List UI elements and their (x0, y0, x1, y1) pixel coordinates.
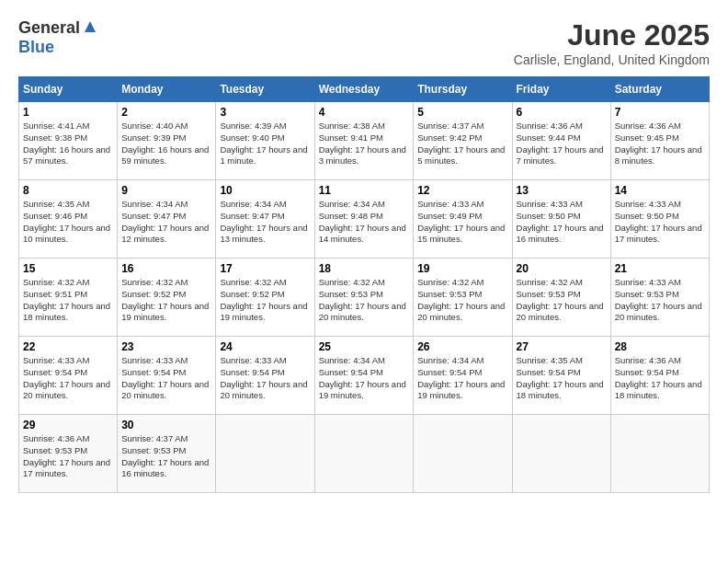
day-number: 24 (220, 340, 310, 353)
table-row (512, 415, 610, 493)
day-number: 11 (319, 184, 410, 197)
table-row: 19 Sunrise: 4:32 AMSunset: 9:53 PMDaylig… (414, 259, 512, 337)
day-number: 8 (23, 184, 113, 197)
logo-icon (83, 19, 97, 38)
location: Carlisle, England, United Kingdom (514, 52, 710, 67)
day-number: 6 (517, 106, 607, 119)
col-header-monday: Monday (118, 77, 216, 102)
day-number: 15 (23, 262, 113, 275)
day-number: 4 (319, 106, 410, 119)
day-number: 25 (319, 340, 410, 353)
svg-marker-0 (85, 21, 96, 32)
table-row: 28 Sunrise: 4:36 AMSunset: 9:54 PMDaylig… (610, 337, 709, 415)
day-info: Sunrise: 4:34 AMSunset: 9:47 PMDaylight:… (220, 199, 310, 246)
table-row: 27 Sunrise: 4:35 AMSunset: 9:54 PMDaylig… (512, 337, 610, 415)
col-header-tuesday: Tuesday (216, 77, 314, 102)
day-number: 9 (121, 184, 211, 197)
page-header: General Blue June 2025 Carlisle, England… (18, 18, 710, 67)
logo-blue: Blue (18, 38, 54, 56)
day-number: 30 (121, 419, 211, 431)
day-number: 3 (220, 106, 310, 119)
day-info: Sunrise: 4:41 AMSunset: 9:38 PMDaylight:… (23, 121, 113, 167)
table-row (314, 415, 414, 493)
day-info: Sunrise: 4:33 AMSunset: 9:50 PMDaylight:… (615, 199, 705, 246)
day-info: Sunrise: 4:36 AMSunset: 9:45 PMDaylight:… (615, 121, 705, 167)
day-number: 13 (517, 184, 607, 197)
day-number: 23 (121, 340, 211, 353)
day-number: 7 (615, 106, 705, 119)
day-info: Sunrise: 4:33 AMSunset: 9:50 PMDaylight:… (517, 199, 607, 246)
day-info: Sunrise: 4:32 AMSunset: 9:52 PMDaylight:… (220, 277, 310, 324)
day-number: 1 (23, 106, 113, 119)
col-header-thursday: Thursday (414, 77, 512, 102)
col-header-friday: Friday (512, 77, 610, 102)
day-info: Sunrise: 4:34 AMSunset: 9:47 PMDaylight:… (121, 199, 211, 246)
table-row: 4 Sunrise: 4:38 AMSunset: 9:41 PMDayligh… (314, 102, 414, 180)
day-info: Sunrise: 4:37 AMSunset: 9:53 PMDaylight:… (121, 433, 211, 480)
table-row: 10 Sunrise: 4:34 AMSunset: 9:47 PMDaylig… (216, 180, 314, 259)
day-number: 29 (23, 419, 113, 431)
day-info: Sunrise: 4:34 AMSunset: 9:54 PMDaylight:… (319, 355, 410, 402)
table-row: 25 Sunrise: 4:34 AMSunset: 9:54 PMDaylig… (314, 337, 414, 415)
logo-general: General (18, 18, 80, 38)
day-info: Sunrise: 4:33 AMSunset: 9:54 PMDaylight:… (23, 355, 113, 402)
day-info: Sunrise: 4:32 AMSunset: 9:52 PMDaylight:… (121, 277, 211, 324)
day-number: 26 (417, 340, 507, 353)
table-row: 5 Sunrise: 4:37 AMSunset: 9:42 PMDayligh… (414, 102, 512, 180)
day-number: 5 (417, 106, 507, 119)
day-number: 10 (220, 184, 310, 197)
day-number: 20 (517, 262, 607, 275)
table-row: 7 Sunrise: 4:36 AMSunset: 9:45 PMDayligh… (610, 102, 709, 180)
table-row: 11 Sunrise: 4:34 AMSunset: 9:48 PMDaylig… (314, 180, 414, 259)
table-row: 16 Sunrise: 4:32 AMSunset: 9:52 PMDaylig… (118, 259, 216, 337)
day-info: Sunrise: 4:36 AMSunset: 9:44 PMDaylight:… (517, 121, 607, 167)
table-row: 30 Sunrise: 4:37 AMSunset: 9:53 PMDaylig… (118, 415, 216, 493)
table-row: 23 Sunrise: 4:33 AMSunset: 9:54 PMDaylig… (118, 337, 216, 415)
table-row: 20 Sunrise: 4:32 AMSunset: 9:53 PMDaylig… (512, 259, 610, 337)
day-info: Sunrise: 4:33 AMSunset: 9:49 PMDaylight:… (417, 199, 507, 246)
day-info: Sunrise: 4:35 AMSunset: 9:54 PMDaylight:… (517, 355, 607, 402)
col-header-sunday: Sunday (19, 77, 118, 102)
day-info: Sunrise: 4:36 AMSunset: 9:53 PMDaylight:… (23, 433, 113, 480)
title-block: June 2025 Carlisle, England, United King… (514, 18, 710, 67)
day-number: 28 (615, 340, 705, 353)
day-info: Sunrise: 4:40 AMSunset: 9:39 PMDaylight:… (121, 121, 211, 167)
table-row (610, 415, 709, 493)
day-info: Sunrise: 4:33 AMSunset: 9:53 PMDaylight:… (615, 277, 705, 324)
table-row: 29 Sunrise: 4:36 AMSunset: 9:53 PMDaylig… (19, 415, 118, 493)
day-info: Sunrise: 4:33 AMSunset: 9:54 PMDaylight:… (220, 355, 310, 402)
day-number: 27 (517, 340, 607, 353)
day-number: 18 (319, 262, 410, 275)
table-row: 21 Sunrise: 4:33 AMSunset: 9:53 PMDaylig… (610, 259, 709, 337)
table-row: 26 Sunrise: 4:34 AMSunset: 9:54 PMDaylig… (414, 337, 512, 415)
day-number: 21 (615, 262, 705, 275)
day-info: Sunrise: 4:36 AMSunset: 9:54 PMDaylight:… (615, 355, 705, 402)
table-row (414, 415, 512, 493)
table-row: 18 Sunrise: 4:32 AMSunset: 9:53 PMDaylig… (314, 259, 414, 337)
table-row: 3 Sunrise: 4:39 AMSunset: 9:40 PMDayligh… (216, 102, 314, 180)
table-row: 15 Sunrise: 4:32 AMSunset: 9:51 PMDaylig… (19, 259, 118, 337)
day-info: Sunrise: 4:32 AMSunset: 9:53 PMDaylight:… (319, 277, 410, 324)
table-row: 9 Sunrise: 4:34 AMSunset: 9:47 PMDayligh… (118, 180, 216, 259)
day-number: 2 (121, 106, 211, 119)
day-number: 22 (23, 340, 113, 353)
month-title: June 2025 (514, 18, 710, 52)
table-row: 14 Sunrise: 4:33 AMSunset: 9:50 PMDaylig… (610, 180, 709, 259)
logo: General Blue (18, 18, 97, 57)
day-info: Sunrise: 4:35 AMSunset: 9:46 PMDaylight:… (23, 199, 113, 246)
table-row (216, 415, 314, 493)
day-info: Sunrise: 4:32 AMSunset: 9:51 PMDaylight:… (23, 277, 113, 324)
day-info: Sunrise: 4:32 AMSunset: 9:53 PMDaylight:… (417, 277, 507, 324)
col-header-saturday: Saturday (610, 77, 709, 102)
table-row: 6 Sunrise: 4:36 AMSunset: 9:44 PMDayligh… (512, 102, 610, 180)
day-number: 14 (615, 184, 705, 197)
table-row: 8 Sunrise: 4:35 AMSunset: 9:46 PMDayligh… (19, 180, 118, 259)
day-info: Sunrise: 4:37 AMSunset: 9:42 PMDaylight:… (417, 121, 507, 167)
day-info: Sunrise: 4:32 AMSunset: 9:53 PMDaylight:… (517, 277, 607, 324)
day-info: Sunrise: 4:33 AMSunset: 9:54 PMDaylight:… (121, 355, 211, 402)
table-row: 12 Sunrise: 4:33 AMSunset: 9:49 PMDaylig… (414, 180, 512, 259)
day-number: 17 (220, 262, 310, 275)
calendar-table: SundayMondayTuesdayWednesdayThursdayFrid… (18, 76, 710, 493)
day-info: Sunrise: 4:38 AMSunset: 9:41 PMDaylight:… (319, 121, 410, 167)
day-number: 12 (417, 184, 507, 197)
